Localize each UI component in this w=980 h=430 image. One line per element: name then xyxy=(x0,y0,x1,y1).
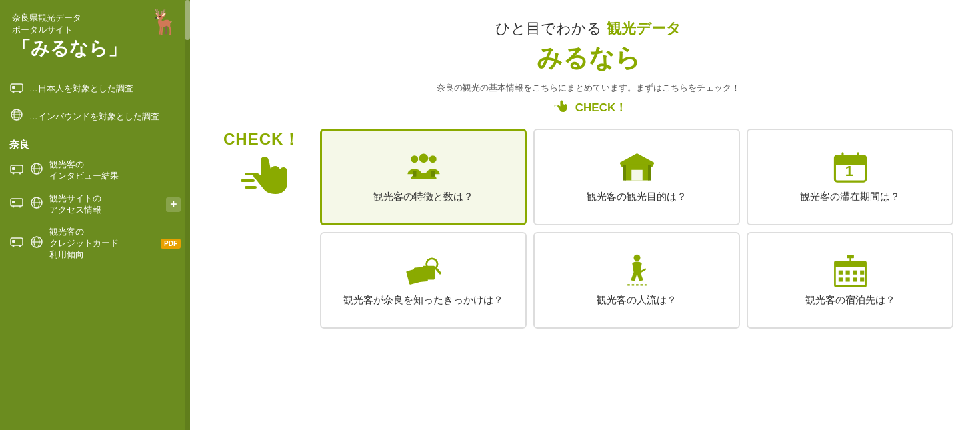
svg-point-30 xyxy=(411,155,418,163)
books-icon xyxy=(405,254,442,287)
card-stay-label: 観光客の滞在期間は？ xyxy=(800,191,900,203)
nav-item-left-credit: 観光客のクレジットカード利用傾向 xyxy=(9,227,119,261)
header-subtitle: ひと目でわかる 観光データ xyxy=(223,19,953,39)
bus-icon-4 xyxy=(9,237,24,251)
people-icon xyxy=(405,151,442,184)
page-header: ひと目でわかる 観光データ みるなら 奈良の観光の基本情報をこちらにまとめていま… xyxy=(223,19,953,117)
sidebar-header: 奈良県観光データポータルサイト 「みるなら」 🦌 xyxy=(0,0,190,69)
svg-point-11 xyxy=(13,172,15,174)
svg-rect-39 xyxy=(623,165,626,181)
sidebar: 奈良県観光データポータルサイト 「みるなら」 🦌 …日本人を対象とした調査 …イ… xyxy=(0,0,190,430)
svg-point-31 xyxy=(419,153,428,163)
sidebar-item-credit[interactable]: 観光客のクレジットカード利用傾向 PDF xyxy=(0,221,190,266)
hand-icon-header xyxy=(550,98,569,117)
card-trigger-label: 観光客が奈良を知ったきっかけは？ xyxy=(343,294,503,307)
globe-icon-2 xyxy=(29,163,44,179)
pdf-badge: PDF xyxy=(161,239,181,249)
svg-point-25 xyxy=(13,245,15,247)
nav-label-access: 観光サイトのアクセス情報 xyxy=(49,193,101,216)
svg-rect-34 xyxy=(431,171,435,177)
header-title: みるなら xyxy=(223,41,953,75)
svg-rect-56 xyxy=(838,271,842,275)
deer-icon: 🦌 xyxy=(149,8,179,36)
svg-point-12 xyxy=(19,172,21,174)
svg-rect-38 xyxy=(631,170,643,181)
nav-label-inbound: …インバウンドを対象とした調査 xyxy=(29,111,159,123)
sidebar-item-inbound-survey[interactable]: …インバウンドを対象とした調査 xyxy=(0,103,190,131)
svg-rect-33 xyxy=(413,171,417,177)
svg-rect-60 xyxy=(838,277,842,281)
check-column: CHECK！ xyxy=(223,129,300,329)
card-flow-label: 観光客の人流は？ xyxy=(597,294,677,307)
sidebar-logo-main: 「みるなら」 xyxy=(12,37,178,60)
sidebar-nav: …日本人を対象とした調査 …インバウンドを対象とした調査 奈良 観光客のインタビ… xyxy=(0,69,190,430)
scrollbar-track xyxy=(185,0,190,430)
sidebar-item-access[interactable]: 観光サイトのアクセス情報 ＋ xyxy=(0,188,190,221)
header-check: CHECK！ xyxy=(223,98,953,117)
hotel-icon xyxy=(832,254,869,287)
svg-rect-24 xyxy=(12,240,15,243)
svg-point-18 xyxy=(13,206,15,208)
svg-rect-55 xyxy=(835,262,865,267)
card-flow[interactable]: 観光客の人流は？ xyxy=(533,232,740,329)
svg-rect-65 xyxy=(847,255,854,259)
svg-rect-40 xyxy=(648,165,651,181)
svg-rect-61 xyxy=(845,277,849,281)
svg-rect-10 xyxy=(12,167,15,170)
bus-icon-2 xyxy=(9,163,24,179)
svg-point-2 xyxy=(13,91,15,93)
scrollbar-thumb[interactable] xyxy=(185,0,190,40)
globe-icon-4 xyxy=(29,236,44,251)
header-check-label: CHECK！ xyxy=(575,100,627,115)
card-stay[interactable]: 1 観光客の滞在期間は？ xyxy=(747,129,953,225)
nav-label-interview: 観光客のインタビュー結果 xyxy=(49,159,119,183)
svg-rect-58 xyxy=(853,271,857,275)
globe-icon xyxy=(9,109,24,125)
globe-icon-3 xyxy=(29,197,44,212)
svg-text:1: 1 xyxy=(845,163,853,179)
svg-point-3 xyxy=(19,91,21,93)
svg-rect-1 xyxy=(12,86,15,89)
svg-rect-59 xyxy=(860,271,864,275)
walking-icon xyxy=(619,254,655,287)
svg-rect-57 xyxy=(845,271,849,275)
cards-grid: 観光客の特徴と数は？ 観光客の観光目的は？ xyxy=(320,129,953,329)
sidebar-item-japanese-survey[interactable]: …日本人を対象とした調査 xyxy=(0,76,190,103)
sidebar-item-interview[interactable]: 観光客のインタビュー結果 xyxy=(0,154,190,188)
nav-label-credit: 観光客のクレジットカード利用傾向 xyxy=(49,227,119,261)
main-content: ひと目でわかる 観光データ みるなら 奈良の観光の基本情報をこちらにまとめていま… xyxy=(190,0,980,430)
card-accommodation-label: 観光客の宿泊先は？ xyxy=(805,294,895,307)
svg-point-32 xyxy=(429,155,437,163)
card-accommodation[interactable]: 観光客の宿泊先は？ xyxy=(747,232,953,329)
section-nara-label: 奈良 xyxy=(0,131,190,154)
expand-access-button[interactable]: ＋ xyxy=(166,197,181,212)
svg-point-52 xyxy=(633,255,640,261)
card-purpose-label: 観光客の観光目的は？ xyxy=(587,191,687,203)
check-big-label: CHECK！ xyxy=(223,129,300,150)
svg-rect-62 xyxy=(853,277,857,281)
calendar-icon: 1 xyxy=(832,151,869,184)
nav-label-japanese: …日本人を対象とした調査 xyxy=(29,83,133,95)
svg-marker-41 xyxy=(620,153,654,165)
header-description: 奈良の観光の基本情報をこちらにまとめています。まずはこちらをチェック！ xyxy=(223,82,953,94)
shrine-icon xyxy=(619,151,655,184)
svg-line-51 xyxy=(435,268,440,273)
card-purpose[interactable]: 観光客の観光目的は？ xyxy=(533,129,740,225)
nav-item-left-access: 観光サイトのアクセス情報 xyxy=(9,193,101,216)
svg-point-19 xyxy=(19,206,21,208)
bus-icon xyxy=(9,81,24,98)
svg-rect-17 xyxy=(12,201,15,203)
card-features-label: 観光客の特徴と数は？ xyxy=(373,191,473,203)
card-trigger[interactable]: 観光客が奈良を知ったきっかけは？ xyxy=(320,232,527,329)
svg-rect-63 xyxy=(860,277,864,281)
svg-point-26 xyxy=(19,245,21,247)
bus-icon-3 xyxy=(9,197,24,211)
card-features[interactable]: 観光客の特徴と数は？ xyxy=(320,129,527,225)
hand-pointer-icon-big xyxy=(235,154,289,204)
